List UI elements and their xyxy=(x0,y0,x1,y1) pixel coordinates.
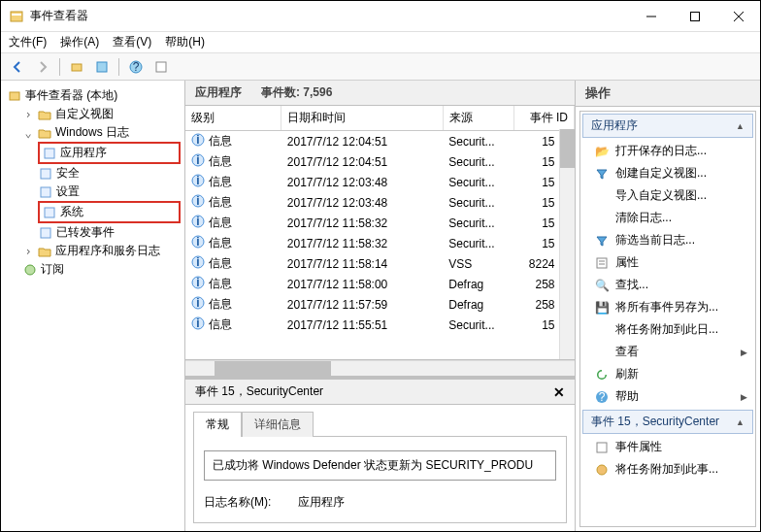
task-icon xyxy=(594,462,610,478)
collapse-icon[interactable]: ⌄ xyxy=(22,126,34,140)
svg-rect-10 xyxy=(156,62,166,72)
menubar: 文件(F) 操作(A) 查看(V) 帮助(H) xyxy=(1,32,760,53)
tree-security[interactable]: 安全 xyxy=(38,164,181,183)
tree-root[interactable]: 事件查看器 (本地) xyxy=(7,86,181,105)
table-row[interactable]: i信息2017/7/12 11:58:32Securit...15 xyxy=(185,213,575,233)
col-level[interactable]: 级别 xyxy=(185,106,281,131)
action-refresh[interactable]: 刷新 xyxy=(580,363,755,385)
scroll-thumb[interactable] xyxy=(560,129,575,168)
svg-text:i: i xyxy=(196,174,199,187)
info-icon: i xyxy=(191,235,205,251)
log-icon xyxy=(42,205,57,220)
actions-header: 操作 xyxy=(576,81,760,107)
col-datetime[interactable]: 日期和时间 xyxy=(281,106,443,131)
table-row[interactable]: i信息2017/7/12 11:57:59Defrag258 xyxy=(185,294,575,315)
table-row[interactable]: i信息2017/7/12 11:58:32Securit...15 xyxy=(185,233,575,253)
tree-system[interactable]: 系统 xyxy=(38,201,181,223)
toolbar-btn-help[interactable]: ? xyxy=(125,56,147,78)
menu-help[interactable]: 帮助(H) xyxy=(165,34,205,50)
tree-windows-logs[interactable]: ⌄Windows 日志 xyxy=(22,123,181,142)
tree-forwarded[interactable]: 已转发事件 xyxy=(38,223,181,242)
actions-section-app[interactable]: 应用程序▲ xyxy=(582,114,753,138)
action-clear-log[interactable]: 清除日志... xyxy=(580,207,755,229)
events-table[interactable]: 级别 日期和时间 来源 事件 ID i信息2017/7/12 12:04:51S… xyxy=(185,106,575,360)
close-button[interactable] xyxy=(716,2,760,31)
info-icon: i xyxy=(191,255,205,272)
scroll-thumb-h[interactable] xyxy=(215,361,331,376)
tree-subscriptions[interactable]: 订阅 xyxy=(22,260,181,279)
table-row[interactable]: i信息2017/7/12 12:04:51Securit...15 xyxy=(185,131,575,152)
expand-icon[interactable]: › xyxy=(22,245,34,258)
toolbar-btn-1[interactable] xyxy=(66,56,87,78)
minimize-button[interactable] xyxy=(629,2,673,31)
tree-pane: 事件查看器 (本地) ›自定义视图 ⌄Windows 日志 应用程序 安全 设置… xyxy=(1,81,185,531)
toolbar-btn-3[interactable] xyxy=(150,56,172,78)
actions-pane: 操作 应用程序▲ 📂打开保存的日志... 创建自定义视图... 导入自定义视图.… xyxy=(576,81,760,531)
detail-message: 已成功将 Windows Defender 状态更新为 SECURITY_PRO… xyxy=(204,450,556,481)
action-save-all[interactable]: 💾将所有事件另存为... xyxy=(580,296,755,318)
col-source[interactable]: 来源 xyxy=(443,106,513,131)
tree-settings[interactable]: 设置 xyxy=(38,183,181,201)
table-row[interactable]: i信息2017/7/12 11:58:14VSS8224 xyxy=(185,253,575,274)
logname-label: 日志名称(M): xyxy=(204,494,271,511)
action-filter-current[interactable]: 筛选当前日志... xyxy=(580,229,755,251)
action-properties[interactable]: 属性 xyxy=(580,251,755,274)
tree-application[interactable]: 应用程序 xyxy=(38,142,181,164)
logname-value: 应用程序 xyxy=(298,494,345,511)
menu-file[interactable]: 文件(F) xyxy=(9,34,47,50)
tab-general[interactable]: 常规 xyxy=(193,412,242,437)
detail-pane: 事件 15，SecurityCenter ✕ 常规 详细信息 已成功将 Wind… xyxy=(185,376,575,531)
menu-action[interactable]: 操作(A) xyxy=(60,34,99,50)
table-row[interactable]: i信息2017/7/12 12:03:48Securit...15 xyxy=(185,192,575,213)
header-title: 应用程序 xyxy=(195,84,242,101)
table-row[interactable]: i信息2017/7/12 11:55:51Securit...15 xyxy=(185,315,575,335)
properties-icon xyxy=(594,255,610,271)
table-row[interactable]: i信息2017/7/12 12:04:51Securit...15 xyxy=(185,151,575,172)
detail-close-button[interactable]: ✕ xyxy=(553,384,565,400)
events-header: 应用程序 事件数: 7,596 xyxy=(185,81,575,106)
action-create-custom[interactable]: 创建自定义视图... xyxy=(580,162,755,184)
action-attach-task[interactable]: 将任务附加到此日... xyxy=(580,318,755,341)
svg-rect-11 xyxy=(10,92,19,100)
expand-icon[interactable]: › xyxy=(22,108,34,121)
action-event-props[interactable]: 事件属性 xyxy=(580,436,755,458)
chevron-up-icon: ▲ xyxy=(736,121,744,131)
info-icon: i xyxy=(191,153,205,170)
action-attach-task2[interactable]: 将任务附加到此事... xyxy=(580,458,755,481)
action-find[interactable]: 🔍查找... xyxy=(580,274,755,296)
chevron-right-icon: ▶ xyxy=(741,348,747,357)
maximize-button[interactable] xyxy=(673,2,716,31)
folder-icon xyxy=(37,244,52,259)
table-row[interactable]: i信息2017/7/12 11:58:00Defrag258 xyxy=(185,274,575,294)
back-button[interactable] xyxy=(7,56,28,78)
action-help[interactable]: ?帮助▶ xyxy=(580,385,755,408)
vertical-scrollbar[interactable] xyxy=(559,129,575,359)
table-row[interactable]: i信息2017/7/12 12:03:48Securit...15 xyxy=(185,172,575,192)
menu-view[interactable]: 查看(V) xyxy=(113,34,151,50)
tab-details[interactable]: 详细信息 xyxy=(242,412,314,437)
col-eventid[interactable]: 事件 ID xyxy=(513,106,574,131)
app-icon xyxy=(9,9,24,24)
horizontal-scrollbar[interactable] xyxy=(185,360,575,376)
actions-section-event[interactable]: 事件 15，SecurityCenter▲ xyxy=(582,410,753,434)
svg-rect-3 xyxy=(690,12,699,20)
forward-button[interactable] xyxy=(32,56,53,78)
filter-icon xyxy=(594,233,610,249)
svg-text:i: i xyxy=(196,215,199,228)
svg-rect-12 xyxy=(45,149,54,158)
action-view[interactable]: 查看▶ xyxy=(580,341,755,363)
toolbar-btn-2[interactable] xyxy=(91,56,113,78)
action-open-saved[interactable]: 📂打开保存的日志... xyxy=(580,140,755,162)
action-import-custom[interactable]: 导入自定义视图... xyxy=(580,184,755,207)
folder-icon xyxy=(37,125,52,141)
event-count: 事件数: 7,596 xyxy=(261,84,332,101)
svg-rect-0 xyxy=(11,12,22,21)
tree-app-service-logs[interactable]: ›应用程序和服务日志 xyxy=(22,242,181,260)
info-icon: i xyxy=(191,133,205,150)
blank-icon xyxy=(594,188,610,204)
save-icon: 💾 xyxy=(594,300,610,316)
tree-custom-views[interactable]: ›自定义视图 xyxy=(22,105,181,123)
svg-rect-1 xyxy=(12,14,21,16)
info-icon: i xyxy=(191,215,205,231)
svg-text:?: ? xyxy=(599,390,606,404)
